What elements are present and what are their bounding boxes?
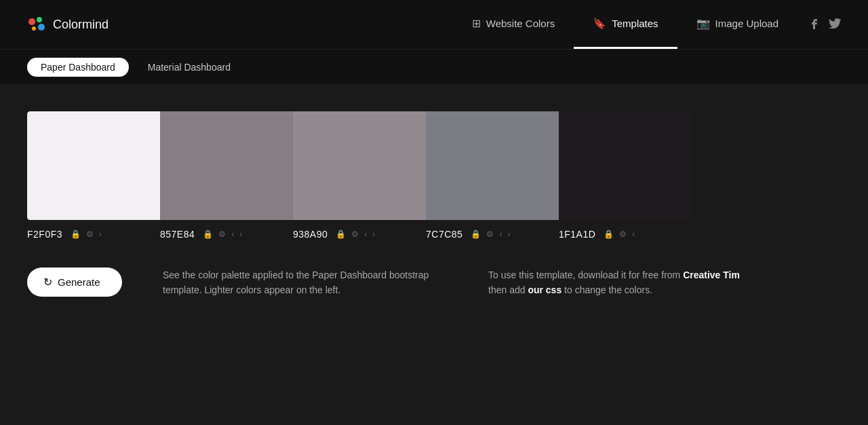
svg-point-2 [38, 24, 45, 31]
facebook-icon[interactable] [811, 17, 818, 33]
social-links [811, 17, 841, 33]
color-label-4: 1F1A1D 🔒 ⚙ ‹ [559, 220, 692, 246]
grid-icon: ⊞ [472, 17, 481, 30]
sub-nav-material-dashboard[interactable]: Material Dashboard [134, 58, 244, 77]
adjust-icon-0[interactable]: ⚙ [85, 228, 95, 240]
main-content: F2F0F3 🔒 ⚙ › 857E84 🔒 ⚙ ‹ › [0, 84, 868, 325]
next-icon-0[interactable]: › [98, 228, 103, 240]
bookmark-icon: 🔖 [593, 17, 606, 30]
svg-point-0 [28, 18, 35, 25]
lock-icon-1[interactable]: 🔒 [201, 228, 214, 240]
lock-icon-2[interactable]: 🔒 [334, 228, 347, 240]
prev-icon-2[interactable]: ‹ [363, 228, 368, 240]
our-css-link[interactable]: our css [528, 284, 561, 295]
palette-swatches: F2F0F3 🔒 ⚙ › 857E84 🔒 ⚙ ‹ › [27, 111, 692, 246]
color-label-2: 938A90 🔒 ⚙ ‹ › [293, 220, 426, 246]
color-labels: F2F0F3 🔒 ⚙ › 857E84 🔒 ⚙ ‹ › [27, 220, 692, 246]
lock-icon-3[interactable]: 🔒 [469, 228, 482, 240]
header: Colormind ⊞ Website Colors 🔖 Templates 📷… [0, 0, 868, 49]
color-label-3: 7C7C85 🔒 ⚙ ‹ › [426, 220, 559, 246]
swatch-0[interactable] [27, 111, 160, 220]
next-icon-2[interactable]: › [371, 228, 376, 240]
color-label-0: F2F0F3 🔒 ⚙ › [27, 220, 160, 246]
bottom-section: ↻ Generate See the color palette applied… [27, 267, 841, 298]
color-controls-2: 🔒 ⚙ ‹ › [334, 228, 376, 240]
nav-image-upload[interactable]: 📷 Image Upload [677, 0, 797, 49]
adjust-icon-3[interactable]: ⚙ [485, 228, 495, 240]
prev-icon-4[interactable]: ‹ [631, 228, 636, 240]
camera-icon: 📷 [696, 17, 710, 30]
creative-tim-link[interactable]: Creative Tim [683, 270, 740, 280]
main-nav: ⊞ Website Colors 🔖 Templates 📷 Image Upl… [453, 0, 797, 49]
svg-point-1 [37, 17, 42, 22]
swatch-1[interactable] [160, 111, 293, 220]
logo[interactable]: Colormind [27, 15, 108, 34]
lock-icon-4[interactable]: 🔒 [602, 228, 615, 240]
nav-website-colors[interactable]: ⊞ Website Colors [453, 0, 574, 49]
swatch-4[interactable] [559, 111, 692, 220]
generate-button[interactable]: ↻ Generate [27, 267, 122, 297]
adjust-icon-1[interactable]: ⚙ [217, 228, 227, 240]
twitter-icon[interactable] [829, 18, 841, 32]
svg-point-3 [32, 26, 36, 31]
palette-wrapper: F2F0F3 🔒 ⚙ › 857E84 🔒 ⚙ ‹ › [27, 111, 841, 246]
color-controls-3: 🔒 ⚙ ‹ › [469, 228, 511, 240]
logo-icon [27, 15, 46, 34]
template-info-text: To use this template, download it for fr… [488, 267, 760, 298]
sub-nav: Paper Dashboard Material Dashboard [0, 49, 868, 84]
description-text: See the color palette applied to the Pap… [163, 267, 448, 298]
next-icon-1[interactable]: › [238, 228, 243, 240]
app-name: Colormind [53, 18, 108, 32]
color-controls-0: 🔒 ⚙ › [69, 228, 103, 240]
refresh-icon: ↻ [43, 276, 52, 289]
adjust-icon-2[interactable]: ⚙ [350, 228, 360, 240]
next-icon-3[interactable]: › [506, 228, 511, 240]
color-label-1: 857E84 🔒 ⚙ ‹ › [160, 220, 293, 246]
nav-templates[interactable]: 🔖 Templates [574, 0, 677, 49]
sub-nav-paper-dashboard[interactable]: Paper Dashboard [27, 58, 129, 77]
swatch-3[interactable] [426, 111, 559, 220]
color-controls-1: 🔒 ⚙ ‹ › [201, 228, 243, 240]
adjust-icon-4[interactable]: ⚙ [618, 228, 628, 240]
prev-icon-3[interactable]: ‹ [498, 228, 503, 240]
prev-icon-1[interactable]: ‹ [230, 228, 235, 240]
lock-icon-0[interactable]: 🔒 [69, 228, 82, 240]
color-controls-4: 🔒 ⚙ ‹ [602, 228, 636, 240]
swatch-2[interactable] [293, 111, 426, 220]
